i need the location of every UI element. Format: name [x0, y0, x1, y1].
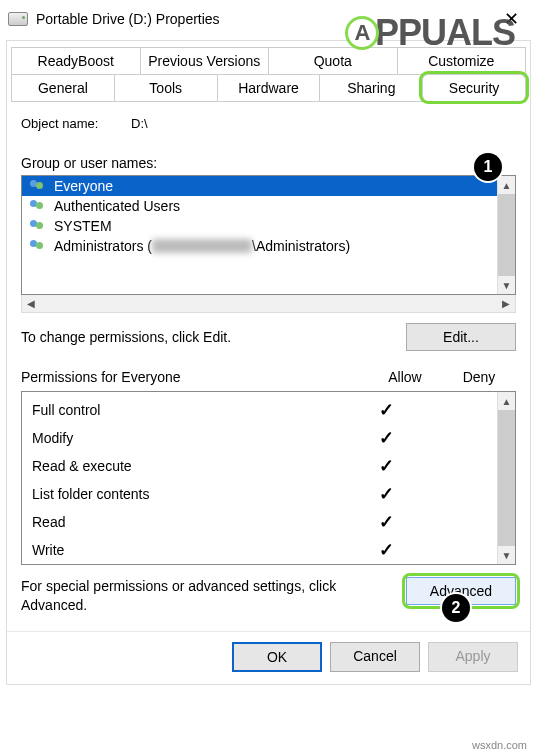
list-item-label: Everyone: [54, 178, 113, 194]
titlebar: Portable Drive (D:) Properties ✕: [0, 0, 537, 36]
cancel-button[interactable]: Cancel: [330, 642, 420, 672]
tab-customize[interactable]: Customize: [397, 47, 527, 74]
permission-allow: ✓: [351, 539, 421, 561]
group-icon: [28, 238, 48, 254]
edit-button[interactable]: Edit...: [406, 323, 516, 351]
scroll-left-icon[interactable]: ◀: [22, 295, 40, 312]
list-item-label: Authenticated Users: [54, 198, 180, 214]
groups-listbox[interactable]: Everyone Authenticated Users SYSTEM Admi…: [21, 175, 516, 295]
vertical-scrollbar[interactable]: ▲ ▼: [497, 392, 515, 564]
tab-quota[interactable]: Quota: [268, 47, 398, 74]
scroll-down-icon[interactable]: ▼: [498, 546, 515, 564]
vertical-scrollbar[interactable]: ▲ ▼: [497, 176, 515, 294]
permission-name: Modify: [32, 430, 351, 446]
apply-button: Apply: [428, 642, 518, 672]
list-item-suffix: \Administrators): [252, 238, 350, 254]
tab-general[interactable]: General: [11, 74, 115, 101]
tab-security[interactable]: Security: [422, 74, 526, 101]
scroll-right-icon[interactable]: ▶: [497, 295, 515, 312]
check-icon: ✓: [379, 512, 394, 532]
edit-hint: To change permissions, click Edit.: [21, 329, 406, 345]
permission-row: Full control✓: [32, 396, 491, 424]
ok-button[interactable]: OK: [232, 642, 322, 672]
permission-row: Modify✓: [32, 424, 491, 452]
site-watermark: wsxdn.com: [472, 739, 527, 751]
check-icon: ✓: [379, 540, 394, 560]
check-icon: ✓: [379, 428, 394, 448]
permissions-deny-header: Deny: [442, 369, 516, 385]
groups-label: Group or user names:: [21, 155, 516, 171]
scroll-up-icon[interactable]: ▲: [498, 392, 515, 410]
permission-row: Write✓: [32, 536, 491, 564]
tab-previous-versions[interactable]: Previous Versions: [140, 47, 270, 74]
permission-name: Full control: [32, 402, 351, 418]
permission-allow: ✓: [351, 399, 421, 421]
permissions-allow-header: Allow: [368, 369, 442, 385]
tab-readyboost[interactable]: ReadyBoost: [11, 47, 141, 74]
list-item[interactable]: Everyone: [22, 176, 497, 196]
group-icon: [28, 178, 48, 194]
permission-row: Read✓: [32, 508, 491, 536]
tab-tools[interactable]: Tools: [114, 74, 218, 101]
dialog-button-row: OK Cancel Apply: [7, 631, 530, 684]
list-item-label: Administrators (: [54, 238, 152, 254]
permission-allow: ✓: [351, 483, 421, 505]
permissions-listbox: Full control✓Modify✓Read & execute✓List …: [21, 391, 516, 565]
permission-name: List folder contents: [32, 486, 351, 502]
permission-allow: ✓: [351, 511, 421, 533]
advanced-hint: For special permissions or advanced sett…: [21, 577, 406, 615]
check-icon: ✓: [379, 456, 394, 476]
drive-icon: [8, 12, 28, 26]
list-item[interactable]: Authenticated Users: [22, 196, 497, 216]
window-title: Portable Drive (D:) Properties: [36, 11, 220, 27]
permission-name: Read: [32, 514, 351, 530]
list-item[interactable]: Administrators (\Administrators): [22, 236, 497, 256]
annotation-badge-1: 1: [474, 153, 502, 181]
object-name-label: Object name:: [21, 116, 131, 131]
permission-name: Read & execute: [32, 458, 351, 474]
list-item[interactable]: SYSTEM: [22, 216, 497, 236]
list-item-label: SYSTEM: [54, 218, 112, 234]
object-name-value: D:\: [131, 116, 148, 131]
horizontal-scrollbar[interactable]: ◀ ▶: [21, 295, 516, 313]
permission-allow: ✓: [351, 455, 421, 477]
dialog-body: ReadyBoost Previous Versions Quota Custo…: [6, 40, 531, 685]
group-icon: [28, 198, 48, 214]
close-button[interactable]: ✕: [494, 6, 529, 32]
check-icon: ✓: [379, 400, 394, 420]
scroll-down-icon[interactable]: ▼: [498, 276, 515, 294]
permission-name: Write: [32, 542, 351, 558]
annotation-badge-2: 2: [442, 594, 470, 622]
redacted-text: [152, 239, 252, 253]
group-icon: [28, 218, 48, 234]
tab-hardware[interactable]: Hardware: [217, 74, 321, 101]
tab-sharing[interactable]: Sharing: [319, 74, 423, 101]
check-icon: ✓: [379, 484, 394, 504]
permission-allow: ✓: [351, 427, 421, 449]
permission-row: List folder contents✓: [32, 480, 491, 508]
permission-row: Read & execute✓: [32, 452, 491, 480]
scroll-up-icon[interactable]: ▲: [498, 176, 515, 194]
permissions-title: Permissions for Everyone: [21, 369, 368, 385]
tab-strip: ReadyBoost Previous Versions Quota Custo…: [7, 41, 530, 101]
